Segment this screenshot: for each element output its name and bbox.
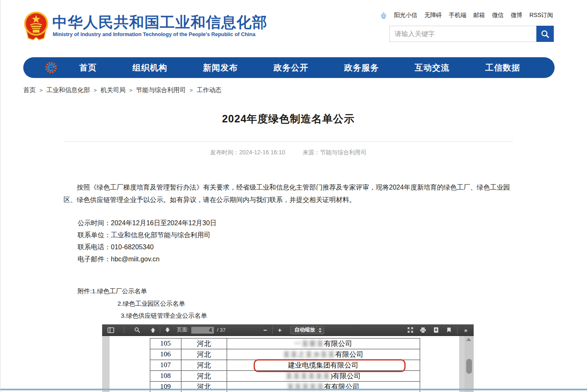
page-label: 页面:: [177, 326, 188, 334]
toolbar-separator: [272, 327, 273, 334]
attachments: 附件:1.绿色工厂公示名单 2.绿色工业园区公示名单 3.绿色供应链管理企业公示…: [78, 285, 513, 322]
article: 2024年度绿色制造名单公示 发布时间：2024-12-16 16:10 来源：…: [64, 112, 513, 322]
breadcrumb-separator: >: [190, 87, 193, 93]
article-meta: 发布时间：2024-12-16 16:10 来源：节能与综合利用司: [64, 149, 513, 156]
site-title: 中华人民共和国工业和信息化部: [52, 12, 267, 33]
company-suffix: )有限公司: [330, 371, 361, 381]
title-divider: [64, 141, 513, 142]
breadcrumb-departments[interactable]: 机关司局: [100, 86, 125, 94]
table-row-107-province: 河北: [181, 360, 227, 370]
zoom-scale-select[interactable]: 自动缩放: [290, 326, 324, 334]
nav-item-interaction[interactable]: 互动交流: [415, 62, 450, 73]
attachment-1[interactable]: 附件:1.绿色工厂公示名单: [78, 285, 513, 297]
breadcrumb-separator: >: [39, 87, 43, 93]
bottom-accent-line: [0, 389, 587, 390]
download-icon[interactable]: [431, 326, 440, 335]
toolbar-separator: [457, 327, 457, 334]
quick-links-bar: 阳光小信 无障碍 手机端 邮箱 微信 微博 RSS订阅: [380, 12, 553, 19]
quick-link-rss[interactable]: RSS订阅: [529, 12, 553, 19]
breadcrumb-separator: >: [129, 87, 132, 93]
info-contact-unit: 联系单位：工业和信息化部节能与综合利用司: [78, 229, 513, 241]
nav-item-news[interactable]: 新闻发布: [203, 62, 238, 73]
scroll-thumb[interactable]: [466, 359, 472, 374]
national-emblem-logo: [23, 11, 49, 41]
pdf-content: 105 河北 一某要某有限公司 106 河北 某某之某乡某某 有限公司 107 …: [102, 336, 474, 392]
page-up-icon[interactable]: [148, 326, 157, 335]
main-nav: 首页 组织机构 新闻发布 政务公开 政务服务 互动交流 工信数据: [23, 57, 555, 78]
publish-time: 发布时间：2024-12-16 16:10: [210, 149, 285, 156]
info-contact-email: 电子邮件：hbc@miit.gov.cn: [78, 253, 513, 265]
pdf-toolbar: 页面: / 37 − + 自动缩放: [102, 324, 474, 336]
search-button[interactable]: [536, 26, 554, 42]
breadcrumb: 首页 > 工业和信息化部 > 机关司局 > 节能与综合利用司 > 工作动态: [23, 86, 221, 94]
zoom-out-button[interactable]: −: [261, 326, 270, 335]
quick-link-mail[interactable]: 邮箱: [473, 12, 485, 19]
table-row-105-num: 105: [150, 338, 181, 349]
zoom-in-button[interactable]: +: [275, 326, 284, 335]
search-icon: [541, 29, 550, 39]
article-source: 来源：节能与综合利用司: [303, 149, 367, 156]
print-icon[interactable]: [418, 326, 428, 335]
sidebar-toggle-icon[interactable]: [106, 326, 115, 335]
page: 中华人民共和国工业和信息化部 Ministry of Industry and …: [0, 0, 587, 392]
page-total: / 37: [217, 327, 225, 333]
search-input[interactable]: [389, 26, 536, 42]
table-row-106-company: 某某之某乡某某 有限公司: [227, 349, 420, 360]
nav-item-miit-data[interactable]: 工信数据: [485, 62, 520, 73]
quick-link-accessibility[interactable]: 无障碍: [424, 12, 442, 19]
miit-swirl-icon: [45, 61, 57, 74]
table-row-109-company: 某某某某某有有限公司: [227, 381, 420, 392]
quick-link-yangguangxiaoxin[interactable]: 阳光小信: [394, 12, 417, 19]
company-suffix: 有限公司: [324, 339, 352, 348]
attachment-2[interactable]: 2.绿色工业园区公示名单: [117, 297, 513, 310]
table-row-106-province: 河北: [181, 349, 227, 360]
table-row-107-num: 107: [150, 360, 181, 370]
pdf-scrollbar[interactable]: [465, 336, 474, 392]
nav-item-organization[interactable]: 组织机构: [132, 62, 167, 73]
nav-item-gov-services[interactable]: 政务服务: [344, 62, 379, 73]
redacted-text: 某某某某某某: [286, 371, 330, 381]
scroll-up-icon[interactable]: [466, 338, 471, 341]
mascot-icon: [380, 12, 387, 19]
page-number-input[interactable]: [191, 326, 214, 334]
toolbar-separator: [124, 327, 124, 334]
info-contact-phone: 联系电话：010-68205340: [78, 241, 513, 253]
pdf-toolbar-zoom: − + 自动缩放: [261, 326, 324, 335]
company-suffix: 有限公司: [335, 350, 364, 359]
table-row-108-province: 河北: [181, 370, 227, 381]
breadcrumb-miit[interactable]: 工业和信息化部: [46, 86, 90, 94]
breadcrumb-separator: >: [94, 87, 97, 93]
select-arrows-icon: [318, 328, 322, 333]
more-tools-button[interactable]: »: [461, 326, 470, 335]
pdf-toolbar-left: 页面: / 37: [106, 326, 225, 335]
breadcrumb-energy-dept[interactable]: 节能与综合利用司: [136, 86, 186, 94]
find-icon[interactable]: [132, 326, 142, 335]
article-paragraph: 按照《绿色工厂梯度培育及管理暂行办法》有关要求，经省级工业和信息化主管部门推荐及…: [64, 181, 513, 206]
site-subtitle: Ministry of Industry and Information Tec…: [53, 32, 255, 37]
table-row-109-province: 河北: [181, 381, 227, 392]
toolbar-separator: [160, 327, 160, 334]
nav-item-gov-disclosure[interactable]: 政务公开: [274, 62, 308, 73]
table-row-106-num: 106: [150, 349, 181, 360]
article-title: 2024年度绿色制造名单公示: [64, 112, 513, 126]
quick-link-weibo[interactable]: 微博: [511, 12, 522, 19]
table-row-105-company: 一某要某有限公司: [227, 338, 420, 349]
attachment-3[interactable]: 3.绿色供应链管理企业公示名单: [121, 309, 513, 322]
quick-link-mobile[interactable]: 手机端: [449, 12, 466, 19]
breadcrumb-home[interactable]: 首页: [23, 86, 36, 94]
nav-item-home[interactable]: 首页: [79, 62, 97, 73]
quick-link-wechat[interactable]: 微信: [492, 12, 504, 19]
pdf-toolbar-right: »: [406, 326, 470, 335]
contact-info: 公示时间：2024年12月16日至2024年12月30日 联系单位：工业和信息化…: [78, 217, 513, 265]
site-search: [389, 26, 554, 42]
table-row-109-num: 109: [150, 381, 181, 392]
presentation-mode-icon[interactable]: [406, 326, 415, 335]
breadcrumb-work-dynamics[interactable]: 工作动态: [196, 86, 221, 94]
table-row-105-province: 河北: [181, 338, 227, 349]
page-down-icon[interactable]: [163, 326, 172, 335]
table-line: [420, 338, 420, 392]
redacted-text: 一某要某: [294, 339, 324, 348]
table-row-108-company: 某某某某某某)有限公司: [227, 370, 420, 381]
bookmark-icon[interactable]: [444, 326, 453, 335]
nav-items: 首页 组织机构 新闻发布 政务公开 政务服务 互动交流 工信数据: [61, 62, 538, 73]
